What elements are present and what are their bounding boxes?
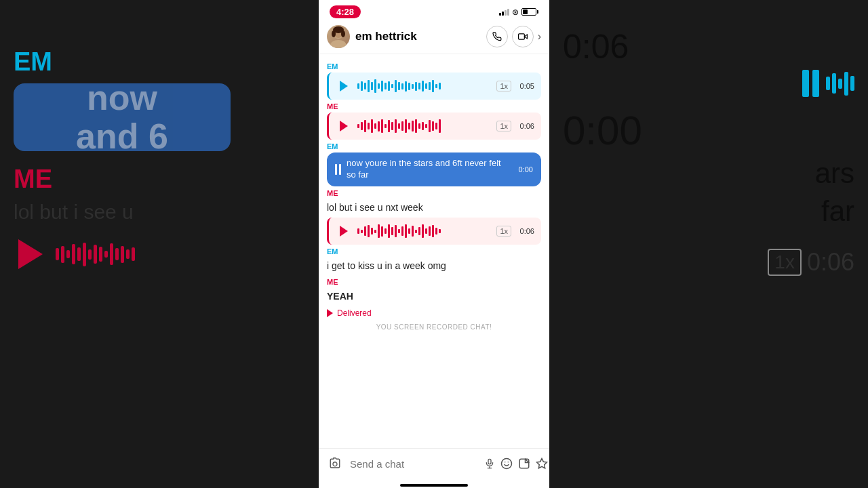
play-button-me1[interactable]	[336, 118, 352, 134]
svg-point-5	[341, 30, 345, 37]
camera-button[interactable]	[326, 454, 344, 473]
bg-right-time1: 0:06	[563, 27, 854, 66]
speed-badge-me2[interactable]: 1x	[496, 226, 511, 237]
svg-marker-6	[524, 35, 527, 39]
bg-me-audio	[14, 234, 305, 274]
speed-badge-em1[interactable]: 1x	[496, 81, 511, 92]
status-icons: ⊛	[499, 7, 538, 17]
bg-right-zero: 0:00	[563, 107, 854, 154]
bg-em-label: EM	[14, 47, 305, 77]
delivered-row: Delivered	[319, 307, 549, 319]
signal-bars-icon	[499, 9, 509, 16]
text-message-yeah: YEAH	[327, 288, 541, 306]
play-icon-me1	[340, 121, 348, 131]
chat-input[interactable]	[350, 453, 479, 474]
svg-rect-15	[519, 459, 529, 468]
voice-bubble-em[interactable]: now youre in the stars and 6ft never fel…	[327, 152, 541, 186]
bubble-text: now youre in the stars and 6ft never fel…	[347, 158, 510, 181]
mic-button[interactable]	[484, 455, 495, 472]
msg-group-em-bubble: EM now youre in the stars and 6ft never …	[319, 141, 549, 186]
bg-play-icon	[14, 237, 47, 271]
sender-label-me1: ME	[319, 101, 549, 111]
bg-me-label: ME	[14, 165, 305, 194]
text-message-em: i get to kiss u in a week omg	[327, 258, 541, 275]
svg-point-4	[332, 30, 336, 37]
avatar-image	[327, 25, 350, 48]
avatar	[327, 25, 350, 48]
waveform-em1	[357, 79, 491, 94]
stickers-button[interactable]	[518, 455, 530, 472]
svg-point-1	[330, 40, 347, 48]
waveform-me1	[357, 119, 491, 134]
contact-name: em hettrick	[355, 30, 481, 43]
header-chevron-icon[interactable]: ›	[538, 30, 541, 43]
msg-group-em1: EM	[319, 61, 549, 100]
emoji-button[interactable]	[500, 455, 513, 472]
svg-point-12	[502, 459, 512, 469]
bg-left-panel: EM nowand 6 ME lol but i see u	[0, 0, 319, 488]
msg-group-me-yeah: ME YEAH	[319, 277, 549, 306]
battery-icon	[521, 8, 538, 16]
play-icon-me2	[340, 226, 348, 237]
text-message-me2: lol but i see u nxt week	[327, 199, 541, 217]
bg-audio-bubble: nowand 6	[14, 83, 231, 151]
sender-label-em-bubble: EM	[319, 141, 549, 151]
bg-right-ars: ars	[563, 157, 854, 190]
svg-rect-7	[518, 34, 524, 39]
screen-recorded-notice: YOU SCREEN RECORDED CHAT!	[319, 319, 549, 333]
header-actions: ›	[486, 26, 541, 47]
waveform-me2	[357, 224, 491, 239]
msg-group-em-text: EM i get to kiss u in a week omg	[319, 246, 549, 275]
bg-text-msg: lol but i see u	[14, 201, 305, 224]
sender-label-me-yeah: ME	[319, 277, 549, 287]
phone-frame: 4:28 ⊛	[319, 0, 549, 488]
audio-message-em1[interactable]: 1x 0:05	[327, 73, 541, 100]
audio-time-me1: 0:06	[517, 122, 534, 130]
bg-right-audio	[563, 70, 854, 97]
text-content-em: i get to kiss u in a week omg	[327, 260, 446, 271]
text-content-yeah: YEAH	[327, 291, 353, 302]
home-bar	[400, 484, 468, 487]
status-time: 4:28	[330, 5, 361, 18]
bg-waveform	[56, 243, 305, 266]
svg-rect-9	[488, 459, 491, 464]
bg-big-text: nowand 6	[76, 79, 168, 156]
status-bar: 4:28 ⊛	[319, 0, 549, 21]
delivered-text: Delivered	[337, 308, 372, 318]
audio-message-me1[interactable]: 1x 0:06	[327, 113, 541, 140]
play-icon-em1	[340, 81, 348, 92]
video-button[interactable]	[512, 26, 534, 47]
audio-time-em1: 0:05	[517, 82, 534, 90]
sender-label-em: EM	[319, 61, 549, 71]
sender-label-em-text: EM	[319, 246, 549, 256]
bg-right-panel: 0:06 0:00 ars far 1x 0:06	[549, 0, 868, 488]
chat-area: EM	[319, 54, 549, 448]
extra-button[interactable]	[536, 455, 548, 472]
msg-group-me2: ME lol but i see u nxt week	[319, 188, 549, 245]
bubble-duration: 0:00	[515, 165, 533, 174]
audio-message-me2[interactable]: 1x 0:06	[327, 218, 541, 245]
speed-badge-me1[interactable]: 1x	[496, 121, 511, 131]
bg-right-far: far	[563, 195, 854, 228]
svg-point-8	[333, 462, 337, 466]
call-button[interactable]	[486, 26, 508, 47]
bottom-bar	[319, 448, 549, 484]
sender-label-me2: ME	[319, 188, 549, 198]
play-button-me2[interactable]	[336, 223, 352, 239]
home-indicator	[319, 484, 549, 488]
wifi-icon: ⊛	[512, 7, 519, 17]
audio-time-me2: 0:06	[517, 227, 534, 235]
play-button-em1[interactable]	[336, 78, 352, 94]
bg-bottom-audio: 1x 0:06	[563, 248, 854, 277]
chat-header: em hettrick ›	[319, 21, 549, 54]
text-content-me2: lol but i see u nxt week	[327, 202, 423, 213]
delivered-play-icon	[327, 309, 333, 317]
msg-group-me1: ME	[319, 101, 549, 140]
pause-icon	[335, 164, 341, 175]
